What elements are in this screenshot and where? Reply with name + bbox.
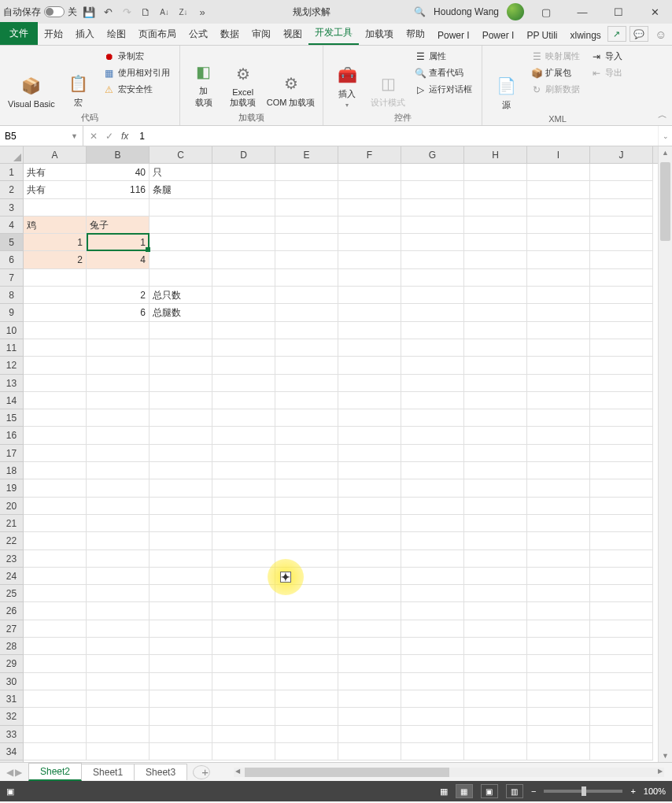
cell[interactable] [527,304,590,321]
cell[interactable] [590,181,653,198]
cell[interactable] [401,181,464,198]
cell[interactable] [338,602,401,620]
cell[interactable] [401,479,464,497]
minimize-icon[interactable]: — [568,2,596,21]
cell[interactable] [212,287,275,304]
row-header[interactable]: 11 [0,339,23,357]
tab-page-layout[interactable]: 页面布局 [132,24,183,45]
cell[interactable] [87,445,150,462]
cell[interactable] [527,164,590,181]
qat-more-icon[interactable]: » [195,5,209,19]
cell[interactable] [87,322,150,339]
cell[interactable] [464,708,527,725]
cell[interactable] [338,498,401,515]
cell[interactable] [150,515,212,532]
cell[interactable] [338,304,401,321]
cell[interactable] [24,726,87,743]
cell[interactable] [401,690,464,708]
add-sheet-button[interactable]: + [193,765,210,779]
cell[interactable] [275,708,338,725]
cell[interactable] [24,409,87,427]
select-all-corner[interactable] [0,146,24,164]
scroll-down-icon[interactable]: ▼ [659,749,672,762]
row-header[interactable]: 1 [0,164,23,181]
cell[interactable] [87,655,150,672]
source-button[interactable]: 📄源 [489,49,523,113]
redo-icon[interactable]: ↷ [120,5,134,19]
cell[interactable] [24,655,87,672]
cell[interactable] [24,392,87,409]
com-addins-button[interactable]: ⚙COM 加载项 [265,49,317,110]
cell[interactable] [590,287,653,304]
cell[interactable] [87,726,150,743]
cell[interactable]: 条腿 [150,181,212,198]
column-header[interactable]: B [87,146,150,163]
scroll-up-icon[interactable]: ▲ [659,146,672,159]
row-header[interactable]: 31 [0,690,23,708]
cell[interactable] [464,585,527,602]
cell[interactable] [212,409,275,427]
cell[interactable] [338,638,401,655]
maximize-icon[interactable]: ☐ [604,2,633,21]
view-code-button[interactable]: 🔍查看代码 [412,65,475,80]
cell[interactable] [275,164,338,181]
row-header[interactable]: 5 [0,234,23,251]
cell[interactable] [464,304,527,321]
cell[interactable]: 共有 [24,164,87,181]
cell[interactable] [464,427,527,444]
tab-addins[interactable]: 加载项 [359,24,400,45]
cell[interactable]: 兔子 [87,216,150,234]
cell[interactable] [275,392,338,409]
cell[interactable] [527,181,590,198]
cell[interactable] [212,375,275,392]
tab-data[interactable]: 数据 [214,24,246,45]
cell[interactable] [464,655,527,672]
row-header[interactable]: 24 [0,568,23,585]
cell[interactable] [87,532,150,550]
tab-developer[interactable]: 开发工具 [308,22,359,45]
page-break-view-button[interactable]: ▥ [506,784,523,798]
cell[interactable] [24,532,87,550]
cell[interactable] [275,269,338,287]
cell[interactable] [527,532,590,550]
insert-control-button[interactable]: 🧰插入▾ [330,49,364,110]
cell[interactable] [275,532,338,550]
cell[interactable] [464,673,527,690]
cell[interactable] [527,216,590,234]
cell[interactable] [590,655,653,672]
cell[interactable] [212,234,275,251]
column-header[interactable]: F [338,146,401,163]
cell[interactable] [212,199,275,216]
cell[interactable] [275,602,338,620]
cell[interactable] [212,690,275,708]
cell[interactable] [527,568,590,585]
user-avatar-icon[interactable] [507,3,524,20]
cell[interactable] [464,743,527,760]
cell[interactable] [212,322,275,339]
column-header[interactable]: J [590,146,653,163]
cell[interactable] [87,269,150,287]
cell[interactable] [150,655,212,672]
cell[interactable] [527,673,590,690]
cell[interactable] [338,322,401,339]
user-name[interactable]: Houdong Wang [434,6,499,17]
close-icon[interactable]: ✕ [641,2,669,21]
cell[interactable] [24,673,87,690]
tab-view[interactable]: 视图 [277,24,308,45]
zoom-knob[interactable] [582,786,586,796]
cell[interactable] [212,498,275,515]
hscroll-right-icon[interactable]: ▶ [658,768,663,775]
cell[interactable]: 总腿数 [150,304,212,321]
cell[interactable] [338,181,401,198]
cell[interactable] [590,638,653,655]
cell[interactable] [150,251,212,268]
cell[interactable] [275,375,338,392]
cell[interactable] [527,708,590,725]
cell[interactable]: 40 [87,164,150,181]
row-header[interactable]: 34 [0,743,23,760]
cell[interactable] [275,251,338,268]
cell[interactable] [464,357,527,374]
visual-basic-button[interactable]: 📦 Visual Basic [6,49,57,110]
tab-power1[interactable]: Power I [431,26,476,45]
cell[interactable] [212,602,275,620]
